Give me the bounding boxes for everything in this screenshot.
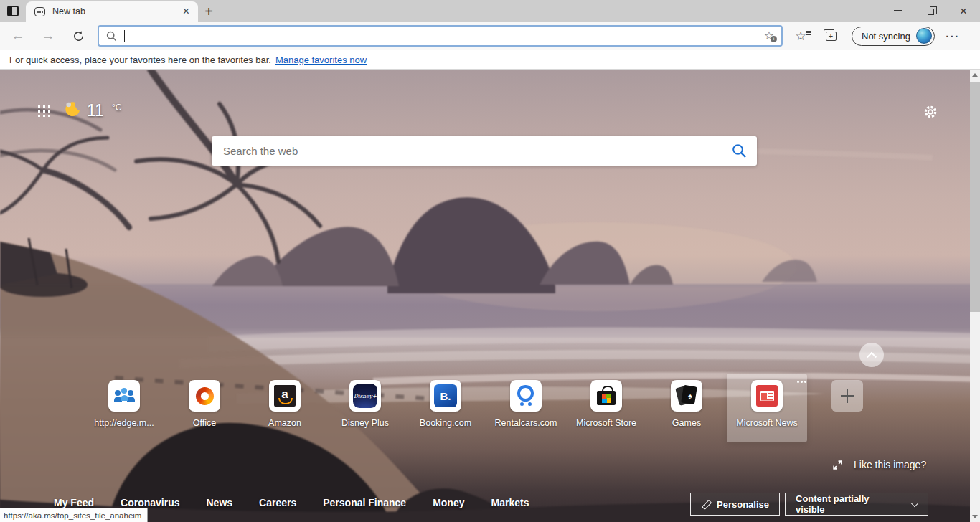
expand-image-icon[interactable] xyxy=(832,460,843,470)
add-favorite-button[interactable]: ☆+ xyxy=(764,30,774,42)
forward-button[interactable]: → xyxy=(36,24,60,48)
tile-label: Booking.com xyxy=(420,418,471,428)
collections-button[interactable]: + xyxy=(819,24,843,48)
feed-nav-item[interactable]: Careers xyxy=(259,497,296,515)
add-site-button[interactable] xyxy=(807,374,887,412)
apps-launcher-icon[interactable] xyxy=(37,105,50,117)
site-icon xyxy=(108,380,140,412)
search-submit-icon[interactable] xyxy=(732,143,747,158)
tab-actions-icon xyxy=(7,6,19,16)
profile-button[interactable]: Not syncing xyxy=(852,27,935,46)
text-cursor xyxy=(124,30,125,42)
site-icon: Disney+ xyxy=(349,380,381,412)
top-site-tile[interactable]: B. Booking.com xyxy=(405,374,486,442)
tile-options-icon[interactable] xyxy=(797,381,799,383)
site-icon xyxy=(189,380,220,412)
top-site-tile[interactable]: ♠ Games xyxy=(646,374,727,442)
feed-nav-item[interactable]: News xyxy=(206,497,232,515)
site-icon: B. xyxy=(430,380,461,412)
pencil-icon xyxy=(701,500,710,509)
status-bar: https://aka.ms/top_sites_tile_anaheim xyxy=(0,508,148,522)
new-tab-favicon-icon xyxy=(34,7,45,16)
site-icon xyxy=(751,380,783,412)
avatar xyxy=(916,28,932,44)
personalise-button[interactable]: Personalise xyxy=(690,493,780,516)
scrollbar-up-icon[interactable] xyxy=(972,73,978,77)
feed-nav-item[interactable]: Money xyxy=(433,497,464,515)
tile-label: http://edge.m... xyxy=(94,418,154,428)
tile-label: Microsoft Store xyxy=(576,418,636,428)
title-bar: New tab × + × xyxy=(0,0,980,22)
settings-menu-button[interactable]: ··· xyxy=(941,24,965,48)
tile-label: Office xyxy=(193,418,216,428)
top-site-tile[interactable]: Disney+ Disney Plus xyxy=(325,374,405,442)
tile-label: Disney Plus xyxy=(341,418,389,428)
close-icon: × xyxy=(960,5,967,17)
favorites-button[interactable]: ☆ xyxy=(788,24,813,48)
site-icon: ♠ xyxy=(671,380,702,412)
chevron-down-icon xyxy=(910,499,918,507)
manage-favorites-link[interactable]: Manage favorites now xyxy=(275,54,367,65)
close-button[interactable]: × xyxy=(947,0,980,22)
scrollbar-thumb[interactable] xyxy=(970,82,980,312)
top-site-tile[interactable]: a Amazon xyxy=(245,374,325,442)
feed-nav-item[interactable]: Personal Finance xyxy=(323,497,406,515)
top-site-tile[interactable]: Rentalcars.com xyxy=(486,374,566,442)
site-icon: a xyxy=(269,380,301,412)
back-button[interactable]: ← xyxy=(6,24,30,48)
image-feedback[interactable]: Like this image? xyxy=(832,459,926,470)
sync-status-label: Not syncing xyxy=(862,31,910,42)
content-visibility-dropdown[interactable]: Content partially visible xyxy=(785,493,928,516)
refresh-button[interactable] xyxy=(66,24,90,48)
gear-icon xyxy=(923,104,938,120)
plus-icon xyxy=(831,380,863,412)
collections-icon: + xyxy=(826,32,837,41)
restore-icon xyxy=(928,9,934,15)
favorites-bar-notice: For quick access, place your favorites h… xyxy=(0,50,980,70)
personalise-label: Personalise xyxy=(717,499,769,510)
status-url: https://aka.ms/top_sites_tile_anaheim xyxy=(4,511,141,520)
page-scrollbar[interactable] xyxy=(970,70,980,522)
notice-text: For quick access, place your favorites h… xyxy=(9,54,271,65)
tab-new-tab[interactable]: New tab × xyxy=(26,1,198,22)
ellipsis-icon: ··· xyxy=(946,30,960,42)
feed-nav-item[interactable]: Markets xyxy=(491,497,529,515)
tile-label: Rentalcars.com xyxy=(495,418,557,428)
like-image-prompt[interactable]: Like this image? xyxy=(854,459,926,470)
chevron-up-icon xyxy=(867,352,877,362)
content-toggle-label: Content partially visible xyxy=(796,493,900,515)
tile-label: Games xyxy=(672,418,701,428)
browser-toolbar: ← → ☆+ ☆ + Not syncing ··· xyxy=(0,22,980,50)
site-icon xyxy=(590,380,622,412)
top-site-tile[interactable]: Office xyxy=(164,374,245,442)
temperature-unit: °C xyxy=(112,103,121,113)
weather-widget[interactable]: 11°C xyxy=(65,101,121,120)
top-site-tile[interactable]: Microsoft Store xyxy=(566,374,646,442)
search-icon xyxy=(106,31,117,42)
favorites-star-icon: ☆ xyxy=(795,30,806,42)
tile-label: Amazon xyxy=(268,418,301,428)
tab-close-icon[interactable]: × xyxy=(180,6,192,17)
tab-actions-button[interactable] xyxy=(0,0,26,22)
web-search-box[interactable] xyxy=(212,136,757,166)
scrollbar-down-icon[interactable] xyxy=(972,515,978,518)
address-bar[interactable]: ☆+ xyxy=(98,25,783,47)
top-sites: http://edge.m... Office a Amazon Disney+ xyxy=(84,374,807,442)
minimize-icon xyxy=(894,10,902,11)
refresh-icon xyxy=(72,30,85,42)
top-site-tile[interactable]: http://edge.m... xyxy=(84,374,164,442)
new-tab-page: 11°C http://edge.m... xyxy=(0,70,980,522)
site-icon xyxy=(510,380,542,412)
tab-title: New tab xyxy=(52,6,180,16)
new-tab-button[interactable]: + xyxy=(198,1,220,22)
temperature-value: 11 xyxy=(87,101,104,120)
minimize-button[interactable] xyxy=(881,0,914,22)
moon-cloud-icon xyxy=(65,101,80,117)
add-favorite-plus-icon: + xyxy=(771,36,777,42)
top-site-tile[interactable]: Microsoft News xyxy=(727,374,807,442)
scroll-to-top-button[interactable] xyxy=(859,343,884,367)
search-input[interactable] xyxy=(223,145,732,157)
maximize-button[interactable] xyxy=(914,0,947,22)
page-settings-button[interactable] xyxy=(921,103,940,121)
tile-label: Microsoft News xyxy=(736,418,797,428)
